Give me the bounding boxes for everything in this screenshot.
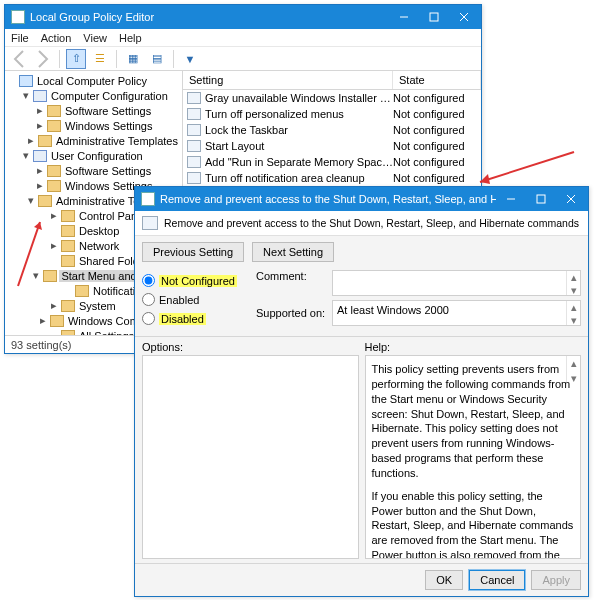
dialog-maximize-button[interactable]	[526, 188, 556, 210]
tree-twisty-icon[interactable]: ▸	[35, 121, 45, 131]
tree-twisty-icon[interactable]	[49, 256, 59, 266]
tree-item-label: System	[77, 300, 118, 312]
folder-icon	[38, 195, 52, 207]
folder-icon	[50, 315, 64, 327]
chevron-up-icon[interactable]: ▴	[567, 271, 580, 284]
folder-icon	[33, 90, 47, 102]
tree-twisty-icon[interactable]: ▸	[35, 166, 45, 176]
dialog-header: Remove and prevent access to the Shut Do…	[135, 211, 588, 236]
menu-view[interactable]: View	[83, 32, 107, 44]
cancel-button[interactable]: Cancel	[469, 570, 525, 590]
chevron-down-icon[interactable]: ▾	[567, 314, 580, 327]
maximize-button[interactable]	[419, 6, 449, 28]
menu-file[interactable]: File	[11, 32, 29, 44]
options-label: Options:	[142, 341, 359, 353]
tree-twisty-icon[interactable]: ▸	[35, 106, 45, 116]
setting-icon	[187, 140, 201, 152]
list-item[interactable]: Turn off notification area cleanupNot co…	[183, 170, 481, 186]
tree-twisty-icon[interactable]	[7, 76, 17, 86]
col-setting[interactable]: Setting	[183, 71, 393, 89]
setting-name: Add "Run in Separate Memory Space" check…	[205, 156, 393, 168]
dialog-minimize-button[interactable]	[496, 188, 526, 210]
chevron-up-icon[interactable]: ▴	[567, 301, 580, 314]
setting-state: Not configured	[393, 108, 477, 120]
tree-item[interactable]: Local Computer Policy	[7, 73, 180, 88]
tree-item-label: Software Settings	[63, 105, 153, 117]
tree-twisty-icon[interactable]: ▸	[49, 301, 59, 311]
radio-enabled[interactable]: Enabled	[142, 293, 250, 306]
back-button[interactable]	[9, 49, 29, 69]
close-button[interactable]	[449, 6, 479, 28]
list-item[interactable]: Add "Run in Separate Memory Space" check…	[183, 154, 481, 170]
tree-twisty-icon[interactable]: ▸	[49, 241, 59, 251]
tree-item[interactable]: ▸Software Settings	[7, 103, 180, 118]
list-item[interactable]: Turn off personalized menusNot configure…	[183, 106, 481, 122]
tree-twisty-icon[interactable]: ▸	[38, 316, 48, 326]
dialog-title: Remove and prevent access to the Shut Do…	[160, 193, 496, 205]
list-header[interactable]: Setting State	[183, 71, 481, 90]
filter-button[interactable]: ▼	[180, 49, 200, 69]
tree-twisty-icon[interactable]: ▾	[21, 151, 31, 161]
help-paragraph: This policy setting prevents users from …	[372, 362, 575, 481]
svg-rect-1	[430, 13, 438, 21]
next-setting-button[interactable]: Next Setting	[252, 242, 334, 262]
tree-twisty-icon[interactable]	[63, 286, 73, 296]
options-pane	[142, 355, 359, 559]
tree-twisty-icon[interactable]: ▾	[21, 91, 31, 101]
toolbar: ⇧ ☰ ▦ ▤ ▼	[5, 47, 481, 71]
export-button[interactable]: ▤	[147, 49, 167, 69]
titlebar[interactable]: Local Group Policy Editor	[5, 5, 481, 29]
setting-name: Gray unavailable Windows Installer progr…	[205, 92, 393, 104]
tree-item[interactable]: ▾User Configuration	[7, 148, 180, 163]
menu-action[interactable]: Action	[41, 32, 72, 44]
list-item[interactable]: Lock the TaskbarNot configured	[183, 122, 481, 138]
tree-twisty-icon[interactable]	[49, 226, 59, 236]
chevron-down-icon[interactable]: ▾	[567, 284, 580, 297]
previous-setting-button[interactable]: Previous Setting	[142, 242, 244, 262]
tree-twisty-icon[interactable]: ▸	[26, 136, 36, 146]
setting-state: Not configured	[393, 140, 477, 152]
tree-twisty-icon[interactable]: ▸	[35, 181, 45, 191]
list-item[interactable]: Start LayoutNot configured	[183, 138, 481, 154]
folder-icon	[47, 120, 61, 132]
setting-state: Not configured	[393, 172, 477, 184]
tree-item[interactable]: ▸Software Settings	[7, 163, 180, 178]
setting-state: Not configured	[393, 92, 477, 104]
apply-button[interactable]: Apply	[531, 570, 581, 590]
col-state[interactable]: State	[393, 71, 481, 89]
tree-twisty-icon[interactable]: ▾	[31, 271, 41, 281]
tree-item[interactable]: ▸Windows Settings	[7, 118, 180, 133]
comment-label: Comment:	[256, 270, 326, 296]
tree-item[interactable]: ▸Administrative Templates	[7, 133, 180, 148]
properties-button[interactable]: ▦	[123, 49, 143, 69]
help-pane[interactable]: ▴▾ This policy setting prevents users fr…	[365, 355, 582, 559]
supported-on-field: At least Windows 2000▴▾	[332, 300, 581, 326]
status-text: 93 setting(s)	[11, 339, 72, 351]
tree-item[interactable]: ▾Computer Configuration	[7, 88, 180, 103]
comment-field[interactable]: ▴▾	[332, 270, 581, 296]
radio-not-configured[interactable]: Not Configured	[142, 274, 250, 287]
ok-button[interactable]: OK	[425, 570, 463, 590]
list-item[interactable]: Gray unavailable Windows Installer progr…	[183, 90, 481, 106]
forward-button[interactable]	[33, 49, 53, 69]
folder-icon	[61, 255, 75, 267]
menu-help[interactable]: Help	[119, 32, 142, 44]
tree-twisty-icon[interactable]: ▾	[26, 196, 36, 206]
show-hide-button[interactable]: ☰	[90, 49, 110, 69]
minimize-button[interactable]	[389, 6, 419, 28]
help-paragraph: If you enable this policy setting, the P…	[372, 489, 575, 559]
chevron-down-icon[interactable]: ▾	[567, 371, 580, 386]
dialog-close-button[interactable]	[556, 188, 586, 210]
setting-name: Turn off personalized menus	[205, 108, 393, 120]
folder-icon	[61, 330, 75, 336]
dialog-titlebar[interactable]: Remove and prevent access to the Shut Do…	[135, 187, 588, 211]
tree-twisty-icon[interactable]	[49, 331, 59, 336]
folder-icon	[61, 300, 75, 312]
radio-disabled[interactable]: Disabled	[142, 312, 250, 325]
up-button[interactable]: ⇧	[66, 49, 86, 69]
tree-item-label: Windows Settings	[63, 120, 154, 132]
setting-name: Turn off notification area cleanup	[205, 172, 393, 184]
tree-twisty-icon[interactable]: ▸	[49, 211, 59, 221]
chevron-up-icon[interactable]: ▴	[567, 356, 580, 371]
folder-icon	[47, 105, 61, 117]
